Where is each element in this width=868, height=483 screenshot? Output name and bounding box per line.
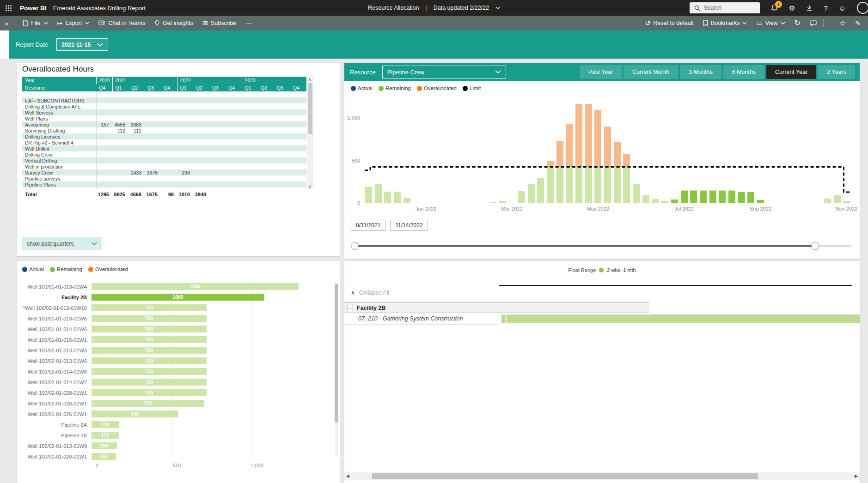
quarter-header[interactable]: Q3 — [209, 84, 226, 91]
gantt-task-row[interactable]: 07_210 - Gathering System Construction — [344, 313, 499, 325]
edit-button[interactable]: ✎ — [855, 20, 861, 26]
quarter-header[interactable]: Q2 — [258, 84, 274, 91]
favorite-button[interactable]: ☆ — [839, 19, 846, 27]
matrix-row[interactable]: Well Drilled — [22, 145, 306, 151]
bar-row[interactable]: Well 100/01-01-026-01W1540 — [22, 409, 327, 419]
feedback-button[interactable]: ☺ — [839, 5, 846, 12]
matrix-row[interactable] — [22, 91, 306, 97]
refresh-button[interactable]: ↻ — [795, 19, 801, 27]
time-range-button[interactable]: 6 Months — [723, 65, 764, 79]
reset-to-default-button[interactable]: ↺ Reset to default — [645, 20, 694, 26]
chat-in-teams-button[interactable]: Chat in Teams — [98, 20, 145, 26]
matrix-vertical-scrollbar[interactable]: ∧ ∨ — [307, 77, 313, 189]
matrix-row[interactable]: Pipeline Plans — [22, 181, 306, 187]
bar-row[interactable]: Well 100/02-01-026-01W1702 — [22, 398, 327, 409]
quarter-header[interactable]: Q4 — [226, 84, 242, 91]
matrix-row[interactable]: Well in production — [22, 163, 306, 169]
legend-item[interactable]: Overallocated — [88, 266, 128, 272]
bar-row[interactable]: Well 100/01-01-013-01W41296 — [22, 281, 327, 292]
year-group-header[interactable]: 2021 — [112, 77, 177, 84]
year-header[interactable]: Year — [22, 77, 96, 84]
matrix-total-row[interactable]: Total12958825466816759810103948 — [22, 189, 306, 199]
scrollbar-thumb[interactable] — [372, 473, 758, 479]
bar-row[interactable]: Well 100/01-01-014-01W6720 — [22, 324, 327, 334]
matrix-row[interactable]: Drilling & Completion AFE — [22, 103, 306, 109]
comments-button[interactable] — [810, 20, 817, 26]
bar-row[interactable]: Facility 2B1080 — [22, 292, 327, 302]
time-range-button[interactable]: 2 Years — [818, 65, 855, 79]
matrix-row[interactable]: Well Plans — [22, 115, 306, 121]
resource-select[interactable]: Pipeline Crew — [382, 66, 506, 78]
settings-button[interactable]: ⚙ — [789, 5, 795, 12]
bar-row[interactable]: Pipeline 2A170 — [22, 419, 327, 430]
help-button[interactable]: ? — [824, 5, 827, 12]
matrix-body-viewport[interactable]: EAI - SUBCONTRACTORSDrilling & Completio… — [22, 91, 307, 189]
bar-row[interactable]: Well 100/02-01-013-01W9158 — [22, 441, 327, 451]
legend-item[interactable]: Limit — [463, 85, 481, 91]
bar-row[interactable]: Well 100/01-01-020-01W1152 — [22, 451, 327, 462]
chart-vertical-scrollbar[interactable] — [335, 281, 338, 457]
data-updated[interactable]: Data updated 2/22/22 — [434, 5, 489, 11]
gantt-task-bar[interactable] — [501, 314, 860, 323]
scroll-right-icon[interactable]: ▶ — [855, 474, 858, 478]
matrix-row[interactable]: Survey Crew14331675296 — [22, 169, 306, 175]
quarter-header[interactable]: Q1 — [242, 84, 258, 91]
matrix-row[interactable]: Well Surveys — [22, 109, 306, 115]
quarter-header[interactable]: Q1 — [112, 84, 128, 91]
get-insights-button[interactable]: Get insights — [154, 20, 193, 27]
bar-row[interactable]: Well 100/02-01-028-01W1720 — [22, 387, 327, 398]
bar-row[interactable]: Well 100/02-01-014-01W6720 — [22, 366, 327, 377]
file-menu[interactable]: File — [23, 20, 48, 26]
matrix-row[interactable]: Drilling Crew — [22, 151, 306, 157]
time-range-button[interactable]: Current Year — [766, 65, 816, 79]
bar-row[interactable]: Well 100/01-01-015-01W1720 — [22, 334, 327, 345]
slider-active-range[interactable] — [355, 245, 815, 247]
matrix-row[interactable]: DR Rig #2 - Schmidt 4 — [22, 139, 306, 145]
bookmarks-menu[interactable]: Bookmarks — [703, 20, 747, 26]
quarter-header[interactable]: Q2 — [193, 84, 209, 91]
search-input[interactable]: Search — [690, 2, 760, 13]
report-date-select[interactable]: 2021-11-15 — [56, 38, 108, 51]
scroll-left-icon[interactable]: ◀ — [346, 474, 349, 478]
quarter-header[interactable]: Q3 — [274, 84, 290, 91]
bar-row[interactable]: Well 100/01-01-013-01W6720 — [22, 313, 327, 324]
powerbi-logo[interactable]: Power BI — [20, 5, 47, 12]
matrix-row[interactable]: EAI - SUBCONTRACTORS — [22, 97, 306, 103]
collapse-group-icon[interactable]: – — [348, 305, 353, 311]
view-menu[interactable]: ▭ View — [756, 20, 785, 26]
quarter-header[interactable]: Q1 — [177, 84, 193, 91]
year-group-header[interactable]: 2020 — [96, 77, 112, 84]
quarter-header[interactable]: Q2 — [128, 84, 145, 91]
notifications-button[interactable]: 1 — [771, 4, 778, 12]
resource-header[interactable]: Resource▲ — [22, 84, 96, 91]
matrix-row[interactable]: Accounting15745582683 — [22, 121, 306, 127]
date-range-slider[interactable] — [351, 242, 851, 250]
quarter-header[interactable]: Q4 — [96, 84, 112, 91]
scrollbar-thumb[interactable] — [335, 284, 338, 423]
year-group-header[interactable]: 2023 — [242, 77, 306, 84]
bar-row[interactable]: *Well 100/02-01-013-01W10720 — [22, 302, 327, 313]
expand-pane-icon[interactable]: » — [5, 19, 7, 27]
date-to-input[interactable]: 11/14/2022 — [390, 220, 428, 231]
bar-row[interactable]: Well 100/02-01-013-01W3720 — [22, 345, 327, 356]
chevron-down-icon[interactable] — [495, 6, 500, 9]
more-options-button[interactable]: ⋯ — [245, 20, 252, 26]
allocation-column-chart[interactable]: 05001,000 — [364, 96, 851, 203]
gantt-group-row[interactable]: – Facility 2B — [344, 302, 649, 313]
legend-item[interactable]: Remaining — [50, 266, 82, 272]
quarter-header[interactable]: Q4 — [161, 84, 177, 91]
slider-handle-start[interactable] — [351, 242, 359, 250]
show-past-quarters-select[interactable]: show past quarters — [22, 237, 102, 250]
bar-row[interactable]: Well 100/02-01-014-01W7720 — [22, 377, 327, 387]
slider-handle-end[interactable] — [811, 242, 819, 250]
matrix-row[interactable]: Surveying Drafting112112 — [22, 127, 306, 133]
export-menu[interactable]: ↦ Export — [57, 20, 90, 26]
subscribe-button[interactable]: ✉ Subscribe — [202, 20, 236, 26]
gantt-horizontal-scrollbar[interactable]: ◀ ▶ — [344, 472, 860, 480]
legend-item[interactable]: Remaining — [379, 85, 411, 91]
time-range-button[interactable]: Past Year — [580, 65, 622, 79]
matrix-row[interactable]: Drilling Licenses — [22, 133, 306, 139]
quarter-header[interactable]: Q4 — [290, 84, 306, 91]
scroll-up-icon[interactable]: ∧ — [308, 77, 312, 82]
legend-item[interactable]: Actual — [351, 85, 373, 91]
